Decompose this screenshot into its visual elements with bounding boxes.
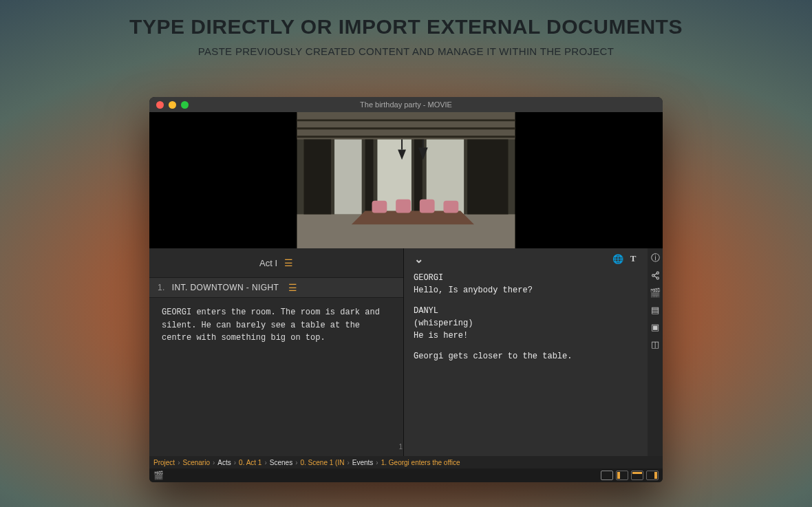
breadcrumb: Project› Scenario› Acts› 0. Act 1› Scene… <box>149 456 663 468</box>
list-icon[interactable]: ☰ <box>284 257 293 268</box>
svg-rect-4 <box>334 140 362 215</box>
svg-line-25 <box>654 273 656 274</box>
parenthetical: (whispering) <box>414 317 638 330</box>
preview-area <box>149 112 663 248</box>
svg-point-23 <box>652 274 654 276</box>
dialogue-line: Hello, Is anybody there? <box>414 284 638 296</box>
breadcrumb-item[interactable]: Events <box>352 459 374 466</box>
board-icon[interactable]: ◫ <box>650 338 661 349</box>
chevron-down-icon[interactable]: ⌄ <box>411 252 426 266</box>
svg-point-24 <box>656 277 659 279</box>
text-tool-icon[interactable]: T <box>626 253 641 264</box>
breadcrumb-item[interactable]: Scenario <box>182 459 209 466</box>
promo-headline: TYPE DIRECTLY OR IMPORT EXTERNAL DOCUMEN… <box>0 15 812 39</box>
svg-rect-13 <box>420 199 435 213</box>
svg-rect-9 <box>467 140 508 215</box>
footer-bar: 🎬 <box>149 468 663 482</box>
svg-rect-11 <box>372 201 387 213</box>
scene-heading: INT. DOWNTOWN - NIGHT <box>172 283 279 292</box>
breadcrumb-item[interactable]: 0. Act 1 <box>239 459 261 466</box>
breadcrumb-item[interactable]: Project <box>153 459 175 466</box>
layout-right-icon[interactable] <box>646 471 659 480</box>
promo-subline: PASTE PREVIOUSLY CREATED CONTENT AND MAN… <box>0 45 812 57</box>
act-label: Act I <box>259 258 277 268</box>
right-tool-rail: ⓘ 🎬 ▤ ▣ ◫ <box>648 248 663 456</box>
svg-rect-3 <box>304 140 332 215</box>
scene-preview-image <box>296 112 516 248</box>
breadcrumb-item[interactable]: Scenes <box>270 459 292 466</box>
layout-left-icon[interactable] <box>616 471 628 480</box>
app-window: The birthday party - MOVIE <box>149 97 663 482</box>
clapboard-icon[interactable]: 🎬 <box>153 471 164 480</box>
svg-line-26 <box>654 276 656 277</box>
breadcrumb-item[interactable]: 1. Georgi enters the office <box>381 459 460 466</box>
globe-icon[interactable]: 🌐 <box>610 254 626 264</box>
svg-point-22 <box>656 272 659 274</box>
page-number: 1 <box>397 443 403 451</box>
character-name: GEORGI <box>414 272 638 284</box>
script-editor[interactable]: GEORGI Hello, Is anybody there? DANYL (w… <box>404 269 648 380</box>
list-icon[interactable]: ☰ <box>288 282 297 293</box>
dialogue-line: He is here! <box>414 330 638 342</box>
window-title: The birthday party - MOVIE <box>149 100 663 109</box>
clapboard-icon[interactable]: 🎬 <box>650 287 661 298</box>
svg-rect-12 <box>396 199 411 213</box>
character-name: DANYL <box>414 305 638 317</box>
image-icon[interactable]: ▣ <box>650 321 661 332</box>
act-header[interactable]: Act I ☰ <box>149 248 403 277</box>
scene-outline-pane: Act I ☰ 1. INT. DOWNTOWN - NIGHT ☰ GEORG… <box>149 248 404 456</box>
titlebar: The birthday party - MOVIE <box>149 97 663 112</box>
share-icon[interactable] <box>650 270 661 281</box>
script-pane: ⌄ 🌐 T GEORGI Hello, Is anybody there? DA… <box>404 248 648 456</box>
breadcrumb-item[interactable]: 0. Scene 1 (IN <box>300 459 344 466</box>
breadcrumb-item[interactable]: Acts <box>217 459 231 466</box>
layout-top-icon[interactable] <box>631 471 643 480</box>
scene-heading-row[interactable]: 1. INT. DOWNTOWN - NIGHT ☰ <box>149 277 403 298</box>
action-line: Georgi gets closer to the table. <box>414 350 638 363</box>
scene-description[interactable]: GEORGI enters the room. The room is dark… <box>149 298 403 353</box>
svg-rect-14 <box>443 201 458 213</box>
page-icon[interactable]: ▤ <box>650 304 661 315</box>
scene-number: 1. <box>158 283 165 292</box>
info-icon[interactable]: ⓘ <box>650 252 661 263</box>
svg-rect-2 <box>297 112 515 140</box>
layout-single-icon[interactable] <box>601 471 613 480</box>
